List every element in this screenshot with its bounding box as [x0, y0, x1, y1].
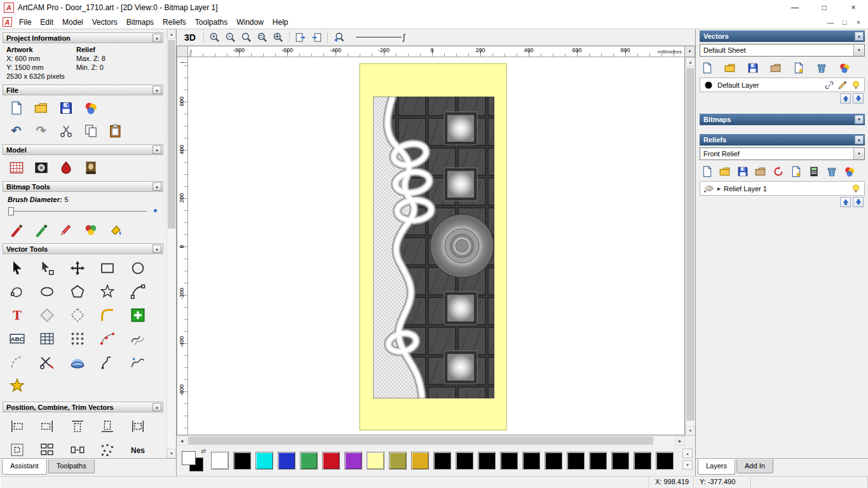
palette-swatch-3[interactable]: [278, 452, 295, 470]
palette-swatch-4[interactable]: [300, 452, 318, 470]
text-block-icon[interactable]: ABC: [8, 329, 27, 348]
collapse-bitmap-section-button[interactable]: ▲: [153, 182, 161, 191]
zoom-previous-icon[interactable]: [332, 30, 346, 44]
collapse-reliefs-button[interactable]: ▲: [855, 135, 864, 144]
layer-colour-icon[interactable]: [703, 79, 714, 91]
slider-handle[interactable]: [8, 207, 14, 215]
fit-arcs-icon[interactable]: [98, 329, 117, 348]
merge-relief-layers-icon[interactable]: [843, 165, 856, 178]
child-minimize-button[interactable]: —: [826, 18, 835, 26]
child-close-button[interactable]: ×: [854, 18, 863, 26]
palette-swatch-2[interactable]: [255, 452, 273, 470]
tab-add-in[interactable]: Add In: [736, 459, 773, 473]
new-relief-icon[interactable]: [701, 165, 714, 178]
open-relief-icon[interactable]: [719, 165, 731, 178]
canvas-vertical-scrollbar[interactable]: ▲ ▼: [685, 57, 695, 435]
redo-icon[interactable]: ↷: [32, 122, 50, 139]
spline-vectors-icon[interactable]: [8, 376, 27, 395]
menu-file[interactable]: File: [15, 16, 36, 29]
canvas-scroll-left-icon[interactable]: ◀: [177, 436, 187, 445]
save-relief-icon[interactable]: [736, 165, 749, 178]
palette-swatch-8[interactable]: [389, 452, 407, 470]
transfer-relief-icon[interactable]: [772, 165, 785, 178]
sheet-select-combo[interactable]: Default Sheet ▼: [700, 44, 865, 57]
collapse-position-section-button[interactable]: ▲: [153, 403, 161, 411]
move-relief-down-icon[interactable]: [853, 197, 864, 207]
cut-icon[interactable]: [57, 122, 74, 139]
join-vectors-icon[interactable]: [128, 329, 147, 348]
assistant-panel-scrollbar[interactable]: ▲ ▼: [166, 29, 176, 458]
palette-up-icon[interactable]: ▲: [682, 449, 693, 458]
select-vectors-icon[interactable]: [8, 259, 27, 278]
fillet-icon[interactable]: [98, 306, 117, 325]
collapse-file-section-button[interactable]: ▲: [153, 86, 161, 94]
text-along-curve-icon[interactable]: [37, 329, 57, 348]
scrollbar-track[interactable]: [167, 39, 176, 449]
flood-fill-icon[interactable]: [107, 221, 124, 238]
canvas-artwork[interactable]: [188, 57, 685, 435]
paste-in-position-icon[interactable]: [128, 306, 147, 325]
snap-layer-icon[interactable]: [824, 79, 835, 91]
vector-doctor-icon[interactable]: [98, 353, 117, 372]
colour-chip[interactable]: ⇄: [182, 450, 205, 471]
delete-sheet-icon[interactable]: [815, 62, 828, 74]
zoom-1to1-icon[interactable]: [240, 30, 254, 44]
trim-vectors-icon[interactable]: [37, 353, 57, 372]
tab-layers[interactable]: Layers: [698, 459, 735, 475]
move-layer-up-icon[interactable]: [840, 93, 851, 104]
open-model-icon[interactable]: [32, 99, 50, 116]
create-circle-icon[interactable]: [128, 259, 147, 278]
create-rectangle-icon[interactable]: [98, 259, 117, 278]
relief-layer-thumb-icon[interactable]: [703, 183, 714, 194]
relief-visibility-icon[interactable]: [850, 183, 862, 194]
palette-down-icon[interactable]: ▼: [682, 460, 693, 470]
palette-swatch-7[interactable]: [367, 452, 384, 470]
palette-swatch-0[interactable]: [211, 452, 229, 470]
canvas-hscroll-thumb[interactable]: [188, 437, 653, 445]
menu-reliefs[interactable]: Reliefs: [158, 16, 191, 29]
shape-editor-icon[interactable]: [8, 159, 25, 176]
sculpt-icon[interactable]: [57, 159, 74, 176]
create-arc-icon[interactable]: [128, 282, 147, 301]
calculate-relief-icon[interactable]: [808, 165, 820, 178]
create-text-icon[interactable]: T: [8, 306, 27, 325]
move-relief-up-icon[interactable]: [840, 197, 851, 207]
snap-to-grid-icon[interactable]: [294, 30, 308, 44]
collapse-vectors-button[interactable]: ▲: [855, 32, 864, 41]
greyscale-preview-icon[interactable]: [32, 159, 50, 176]
tab-toolpaths[interactable]: Toolpaths: [48, 459, 95, 473]
palette-swatch-1[interactable]: [233, 452, 251, 470]
vector-layer-row[interactable]: Default Layer: [700, 78, 865, 92]
canvas-scroll-right-icon[interactable]: ▶: [675, 436, 685, 445]
open-vectors-icon[interactable]: [724, 62, 736, 74]
colour-blend-icon[interactable]: [82, 221, 99, 238]
canvas-horizontal-scrollbar[interactable]: ◀ ▶: [177, 435, 695, 445]
transform-vectors-icon[interactable]: [68, 259, 87, 278]
zoom-in-icon[interactable]: [208, 30, 222, 44]
move-layer-down-icon[interactable]: [853, 93, 864, 104]
menu-vectors[interactable]: Vectors: [88, 16, 122, 29]
palette-swatch-14[interactable]: [522, 452, 540, 470]
scatter-icon[interactable]: [98, 440, 117, 458]
node-editing-icon[interactable]: [37, 259, 57, 278]
import-image-icon[interactable]: [82, 99, 99, 116]
combo-dropdown-icon[interactable]: ▼: [853, 44, 864, 56]
wrap-vectors-icon[interactable]: [128, 353, 147, 372]
arc-editing-icon[interactable]: [8, 353, 27, 372]
undo-icon[interactable]: ↶: [8, 122, 25, 139]
palette-swatch-20[interactable]: [656, 452, 674, 470]
face-wizard-icon[interactable]: [82, 159, 99, 176]
view-3d-button[interactable]: 3D: [180, 32, 200, 43]
create-ellipse-icon[interactable]: [37, 282, 57, 301]
new-model-icon[interactable]: [8, 99, 25, 116]
maximize-button[interactable]: □: [810, 0, 839, 15]
combo-dropdown-icon[interactable]: ▼: [853, 148, 864, 159]
menu-window[interactable]: Window: [232, 16, 268, 29]
nest-vectors-icon[interactable]: Nes: [128, 440, 147, 458]
new-vector-file-icon[interactable]: [701, 62, 714, 74]
drawing-viewport[interactable]: [188, 57, 685, 435]
collapse-project-section-button[interactable]: ▲: [153, 34, 161, 42]
block-copy-icon[interactable]: [68, 329, 87, 348]
delete-relief-layer-icon[interactable]: [825, 165, 838, 178]
palette-swatch-10[interactable]: [433, 452, 451, 470]
